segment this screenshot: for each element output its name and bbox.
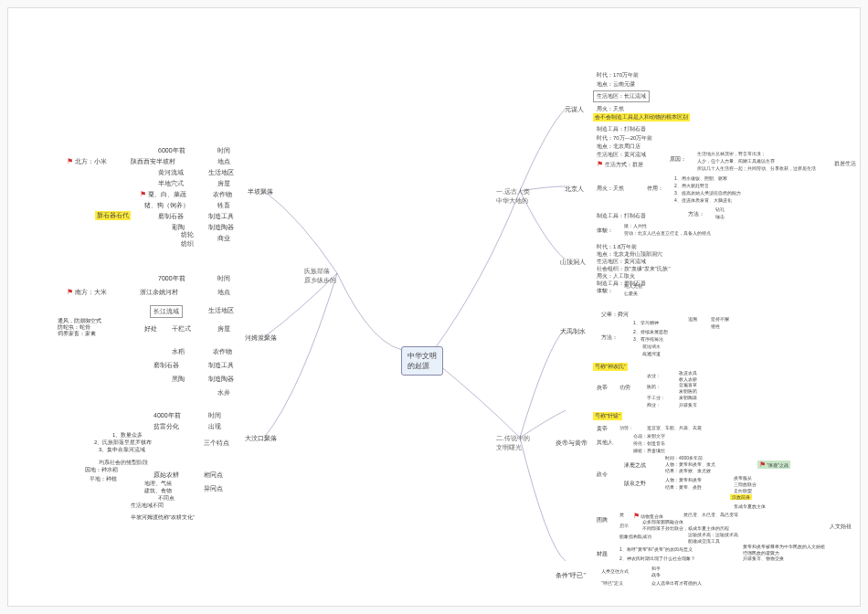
- n: 陕西西安半坡村: [127, 156, 179, 167]
- n: 干栏式: [168, 323, 195, 334]
- flag-icon: ⚑: [67, 288, 73, 296]
- n: 生活地区：长江流域: [593, 90, 650, 102]
- n: 与人无别: [620, 282, 646, 290]
- mindmap-canvas: 中华文明的起源 氏族部落原乡纵步的 一.远古人类中华大地的 二.传说中的文明曙光…: [7, 7, 861, 607]
- n: 开辟集市: [675, 401, 701, 408]
- n: 4000年前: [150, 410, 185, 421]
- n: 地点: [214, 156, 234, 167]
- n: 牲畜: [214, 200, 234, 211]
- dawenkou-node[interactable]: 大汶口聚落: [241, 433, 281, 444]
- key-highlight: 会不会制造工具是人和动物的根本区别: [593, 113, 690, 122]
- branch-label: 二.传说中的文明曙光: [496, 435, 530, 450]
- flag-icon: ⚑: [759, 460, 766, 469]
- n: 钻孔: [712, 206, 728, 213]
- n: 农作物: [209, 189, 236, 200]
- n: 时间: [214, 273, 234, 284]
- n: 仁爱美: [620, 290, 641, 297]
- n: 磨制石器: [154, 211, 187, 222]
- branch-legends[interactable]: 二.传说中的文明曙光: [492, 433, 534, 453]
- n: 贫富分化: [150, 421, 183, 432]
- n: 父辈：舜河: [598, 310, 632, 320]
- n: 结果：炎帝败、蚩尤败: [662, 467, 715, 474]
- center-node[interactable]: 中华文明的起源: [401, 346, 443, 376]
- hemudu-node[interactable]: 河姆渡聚落: [241, 333, 281, 344]
- n: 人物：黄帝和炎帝: [662, 476, 705, 483]
- n: 龙: [616, 511, 628, 518]
- n: 版泉之野: [620, 479, 650, 489]
- flag-south: ⚑ 南方：大米: [63, 287, 111, 298]
- n: 船象指构取成功: [616, 533, 655, 540]
- n: 牺牲: [707, 323, 724, 330]
- lbl: 山顶洞人: [560, 259, 586, 265]
- n: 农业：: [643, 372, 664, 379]
- n: 时间: [205, 410, 225, 421]
- n: 功劳：: [616, 424, 637, 431]
- n: 时间: [214, 145, 234, 156]
- n: 仓颉：发明文字: [630, 432, 669, 439]
- n: 异同点: [200, 483, 227, 494]
- n: 2、用火驱赶野兽: [671, 182, 713, 189]
- n: 所以几十人生活在一起；共同劳动、分享收获，过群居生活: [693, 164, 820, 172]
- side-note: 群居生活: [831, 159, 860, 169]
- n: 结果：黄帝、炎胜: [662, 483, 705, 491]
- n: 筑堤堵水: [639, 343, 664, 350]
- n: 平地：种植: [86, 474, 121, 484]
- n: 劳动：北京人已会直立行走，具备人的特点: [620, 229, 715, 237]
- lbl: 炎帝与黄帝: [556, 439, 587, 446]
- branch-clans[interactable]: 氏族部落原乡纵步的: [301, 266, 340, 286]
- n: 黄河流域: [154, 167, 187, 178]
- n: 半坡河姆渡统称"农耕文化": [127, 513, 198, 523]
- n: 黑陶: [168, 374, 188, 385]
- n: ⚑ 生活方式：群居: [593, 159, 647, 170]
- n: 炎帝: [593, 383, 611, 393]
- n: ⚑ 粟、白、菜蔬: [136, 189, 190, 200]
- n: 生活地区: [205, 305, 238, 316]
- n: 地点: [214, 287, 234, 298]
- era-highlight: 新石器石代: [95, 211, 131, 220]
- n: 浙江余姚河村: [136, 287, 182, 298]
- n: 3、提高原始人类适应自然的能力: [671, 189, 745, 196]
- n: 7000年前: [154, 273, 189, 284]
- conditions-node[interactable]: 条件"呼已": [552, 570, 589, 581]
- beijing-node[interactable]: 北京人: [561, 184, 587, 195]
- branch-ancients[interactable]: 一.远古人类中华大地的: [492, 186, 534, 206]
- n: 嫘祖：养蚕缫丝: [630, 447, 669, 454]
- n: 众人选举出有才有德的人: [648, 579, 705, 587]
- yanhuang-node[interactable]: 炎帝与黄帝: [552, 438, 591, 449]
- n: 图腾: [593, 515, 611, 525]
- n: 其他人: [593, 438, 617, 448]
- n: "呼已"定义: [598, 579, 627, 587]
- n: 制造陶器: [205, 222, 238, 233]
- yuanmou-node[interactable]: 元谋人: [561, 104, 587, 115]
- branch-label: 氏族部落原乡纵步的: [304, 268, 336, 283]
- n: 制造工具：打制石器: [593, 211, 650, 221]
- n: 房屋: [214, 323, 234, 334]
- flag-north: ⚑ 北方：小米: [63, 156, 111, 167]
- n: 生活地区: [205, 167, 238, 178]
- n: 龙已变、水已变、鸟已变等: [680, 511, 742, 518]
- n: 水稻: [168, 346, 188, 357]
- n: 疏通河道: [639, 350, 664, 357]
- n: 锤击: [712, 213, 728, 220]
- lbl: 元谋人: [565, 106, 584, 112]
- n: 原因：: [666, 154, 690, 164]
- n: 医药：: [643, 383, 664, 390]
- n: 发明陶器: [675, 394, 701, 401]
- dayu-node[interactable]: 大禹制水: [556, 326, 589, 337]
- n: 生活地域不同: [127, 501, 167, 511]
- banpo-node[interactable]: 半坡聚落: [244, 186, 277, 197]
- n: 启示: [616, 522, 632, 529]
- n: 形成华夏族主体: [730, 503, 769, 510]
- n: 出现: [205, 421, 225, 432]
- n: 半地穴式: [154, 178, 187, 189]
- n: 开辟集市、物物交换: [739, 555, 788, 562]
- lbl: 河姆渡聚落: [245, 334, 277, 341]
- n: 3、有序统筹法: [630, 335, 667, 343]
- n: 体貌：: [593, 286, 617, 296]
- n: 作用：: [643, 184, 667, 194]
- center-label: 中华文明的起源: [408, 352, 437, 370]
- n: 船做成交流工具: [684, 537, 724, 545]
- n: 黄帝: [593, 424, 611, 434]
- shanding-node[interactable]: 山顶洞人: [556, 257, 589, 268]
- n: 纺织: [177, 238, 197, 249]
